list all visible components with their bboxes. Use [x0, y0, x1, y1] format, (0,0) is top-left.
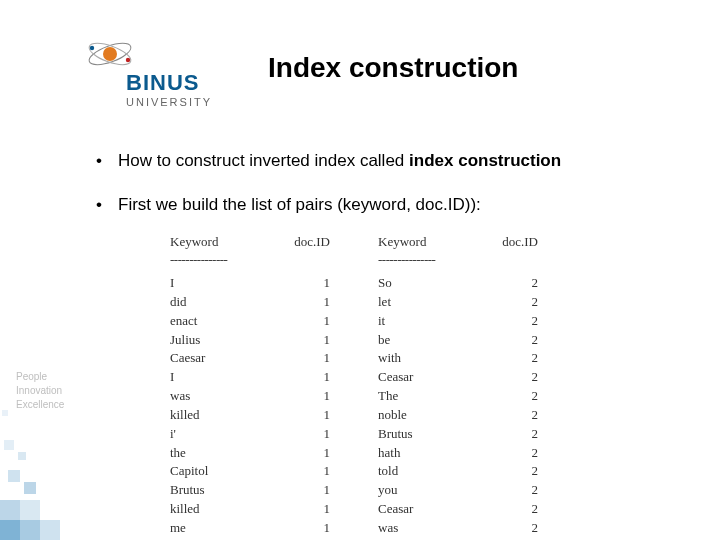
table-header-keyword: Keyword [170, 234, 250, 250]
table-divider: --------------- [170, 252, 250, 268]
table-cell: 1 [280, 368, 330, 387]
table-cell: 2 [488, 500, 538, 519]
table-cell: the [170, 444, 250, 463]
table-right-column: Keyword --------------- SoletitbewithCea… [378, 234, 538, 540]
logo-text: BINUS UNIVERSITY [126, 70, 212, 108]
table-cell: So [378, 274, 458, 293]
table-cell: 1 [280, 406, 330, 425]
table-cell: you [378, 481, 458, 500]
table-cell: was [170, 387, 250, 406]
table-divider: --------------- [378, 252, 458, 268]
table-cell: let [378, 293, 458, 312]
table-cell: 2 [488, 312, 538, 331]
svg-rect-13 [18, 452, 26, 460]
table-cell: 1 [280, 331, 330, 350]
table-cell: 2 [488, 387, 538, 406]
svg-rect-6 [20, 500, 40, 520]
table-cell: noble [378, 406, 458, 425]
table-cell: 2 [488, 519, 538, 538]
table-header-docid: doc.ID [280, 234, 330, 250]
table-cell: 2 [488, 425, 538, 444]
svg-rect-11 [24, 482, 36, 494]
table-cell: 1 [280, 312, 330, 331]
table-cell: with [378, 349, 458, 368]
logo-sub: UNIVERSITY [126, 96, 212, 108]
table-cell: Ceasar [378, 368, 458, 387]
table-left-column: Keyword --------------- IdidenactJuliusC… [170, 234, 330, 540]
svg-rect-12 [4, 440, 14, 450]
logo: BINUS UNIVERSITY [82, 26, 232, 86]
svg-rect-14 [2, 410, 8, 416]
svg-rect-10 [8, 470, 20, 482]
bullet-bold: index construction [409, 151, 561, 170]
table-cell: Brutus [378, 425, 458, 444]
bullet-item: First we build the list of pairs (keywor… [90, 194, 660, 216]
svg-rect-7 [0, 520, 20, 540]
table-cell: i' [170, 425, 250, 444]
table-cell: Capitol [170, 462, 250, 481]
table-cell: did [170, 293, 250, 312]
svg-point-4 [126, 58, 130, 62]
table-divider [280, 252, 330, 268]
svg-point-3 [90, 46, 94, 50]
table-cell: Brutus [170, 481, 250, 500]
table-header-keyword: Keyword [378, 234, 458, 250]
keyword-docid-table: Keyword --------------- IdidenactJuliusC… [170, 234, 538, 540]
table-cell: 1 [280, 425, 330, 444]
table-cell: hath [378, 444, 458, 463]
corner-decoration [0, 320, 84, 540]
table-cell: 1 [280, 462, 330, 481]
table-cell: it [378, 312, 458, 331]
svg-rect-8 [20, 520, 40, 540]
table-header-docid: doc.ID [488, 234, 538, 250]
table-cell: 2 [488, 293, 538, 312]
bullet-text: How to construct inverted index called [118, 151, 409, 170]
table-cell: The [378, 387, 458, 406]
bullet-item: How to construct inverted index called i… [90, 150, 660, 172]
table-cell: Julius [170, 331, 250, 350]
table-cell: 1 [280, 349, 330, 368]
table-cell: was [378, 519, 458, 538]
table-cell: 1 [280, 519, 330, 538]
table-cell: I [170, 274, 250, 293]
table-cell: 2 [488, 331, 538, 350]
table-cell: 2 [488, 406, 538, 425]
table-cell: 1 [280, 500, 330, 519]
table-cell: killed [170, 500, 250, 519]
table-cell: 2 [488, 444, 538, 463]
page-title: Index construction [268, 52, 518, 84]
table-cell: 2 [488, 349, 538, 368]
table-cell: me [170, 519, 250, 538]
table-cell: 1 [280, 444, 330, 463]
table-cell: Ceasar [378, 500, 458, 519]
svg-point-2 [103, 47, 117, 61]
table-cell: 2 [488, 481, 538, 500]
table-cell: be [378, 331, 458, 350]
table-cell: 1 [280, 387, 330, 406]
table-cell: Caesar [170, 349, 250, 368]
svg-rect-9 [40, 520, 60, 540]
table-cell: I [170, 368, 250, 387]
table-cell: 1 [280, 293, 330, 312]
table-divider [488, 252, 538, 268]
bullet-text: First we build the list of pairs (keywor… [118, 195, 481, 214]
table-cell: told [378, 462, 458, 481]
logo-brand: BINUS [126, 70, 212, 96]
table-cell: enact [170, 312, 250, 331]
table-cell: 1 [280, 274, 330, 293]
bullet-list: How to construct inverted index called i… [90, 150, 660, 238]
table-cell: 2 [488, 462, 538, 481]
table-cell: 1 [280, 481, 330, 500]
svg-rect-5 [0, 500, 20, 520]
table-cell: 2 [488, 368, 538, 387]
table-cell: killed [170, 406, 250, 425]
table-cell: 2 [488, 274, 538, 293]
